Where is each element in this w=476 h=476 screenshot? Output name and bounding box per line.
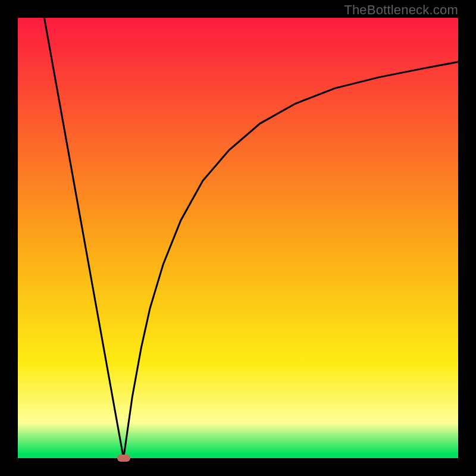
bottleneck-curve (18, 18, 458, 458)
curve-path (44, 18, 458, 458)
optimum-marker (117, 455, 130, 462)
plot-area (18, 18, 458, 458)
watermark-text: TheBottleneck.com (344, 2, 458, 18)
chart-frame: TheBottleneck.com (0, 0, 476, 476)
